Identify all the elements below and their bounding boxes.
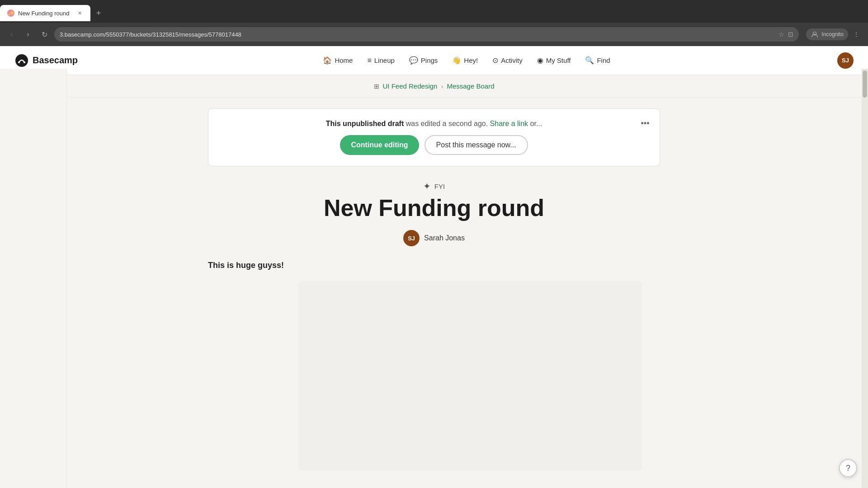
url-bar-icons: ☆ ⊡ [778,31,793,38]
incognito-badge[interactable]: Incognito [806,28,848,40]
incognito-icon [811,30,819,38]
draft-or-text: or... [530,120,542,127]
category-label: FYI [434,183,445,190]
top-nav: Basecamp 🏠 Home ≡ Lineup 💬 Pings 👋 Hey! … [0,46,868,75]
share-link[interactable]: Share a link [490,120,528,127]
tab-bar: ✨ New Funding round ✕ + [0,0,868,23]
nav-mystuff[interactable]: ◉ My Stuff [531,52,577,68]
tab-title: New Funding round [18,10,72,17]
nav-pings[interactable]: 💬 Pings [403,52,444,68]
find-icon: 🔍 [585,56,594,65]
message-category: ✦ FYI [208,181,660,192]
new-tab-button[interactable]: + [92,7,105,19]
user-avatar[interactable]: SJ [837,52,854,69]
author-avatar: SJ [403,230,420,246]
left-sidebar [0,69,67,488]
forward-button[interactable]: › [22,28,34,41]
pings-icon: 💬 [409,56,418,65]
app: Basecamp 🏠 Home ≡ Lineup 💬 Pings 👋 Hey! … [0,46,868,488]
incognito-label: Incognito [821,31,844,38]
scrollbar-thumb[interactable] [863,70,867,98]
activity-icon: ⊙ [492,56,498,65]
tab-favicon-icon: ✨ [8,10,14,16]
draft-edited-text: was edited a second ago. [406,120,490,127]
tab-close-button[interactable]: ✕ [76,9,83,17]
browser-menu-icon: ⋮ [853,31,859,38]
draft-banner: ••• This unpublished draft was edited a … [208,108,660,166]
split-view-icon[interactable]: ⊡ [788,31,793,38]
logo-text: Basecamp [33,55,78,66]
draft-label: This unpublished draft [326,120,404,127]
browser-menu-button[interactable]: ⋮ [850,28,863,41]
home-icon: 🏠 [323,56,332,65]
active-tab[interactable]: ✨ New Funding round ✕ [0,5,90,21]
address-bar: ‹ › ↻ 3.basecamp.com/5550377/buckets/313… [0,23,868,46]
svg-point-3 [24,61,25,63]
back-button[interactable]: ‹ [5,28,18,41]
nav-mystuff-label: My Stuff [546,56,571,64]
message-title: New Funding round [208,195,660,221]
breadcrumb-board[interactable]: Message Board [447,82,494,90]
image-placeholder [298,281,642,471]
nav-pings-label: Pings [421,56,438,64]
nav-hey[interactable]: 👋 Hey! [446,52,484,68]
url-bar[interactable]: 3.basecamp.com/5550377/buckets/31325815/… [54,27,799,42]
nav-find[interactable]: 🔍 Find [579,52,616,68]
more-options-button[interactable]: ••• [638,116,652,131]
nav-home-label: Home [335,56,353,64]
nav-lineup[interactable]: ≡ Lineup [361,53,401,68]
author-name: Sarah Jonas [424,234,465,242]
breadcrumb-bar: ⊞ UI Feed Redesign › Message Board [0,75,868,98]
scrollbar[interactable] [862,69,868,488]
nav-hey-label: Hey! [464,56,478,64]
breadcrumb-project[interactable]: UI Feed Redesign [383,82,438,90]
continue-editing-button[interactable]: Continue editing [340,135,419,155]
hey-icon: 👋 [452,56,461,65]
bookmark-icon[interactable]: ☆ [778,31,784,38]
svg-point-2 [18,61,20,63]
breadcrumb-separator: › [441,82,443,90]
post-message-button[interactable]: Post this message now... [425,135,528,155]
lineup-icon: ≡ [367,56,371,65]
category-icon: ✦ [423,181,431,192]
nav-links: 🏠 Home ≡ Lineup 💬 Pings 👋 Hey! ⊙ Activit… [96,52,837,68]
draft-banner-text: This unpublished draft was edited a seco… [223,120,645,128]
nav-activity-label: Activity [501,56,523,64]
logo[interactable]: Basecamp [14,53,78,68]
browser-actions: Incognito ⋮ [806,28,863,41]
nav-home[interactable]: 🏠 Home [316,52,359,68]
browser-chrome: ✨ New Funding round ✕ + ‹ › ↻ 3.basecamp… [0,0,868,46]
reload-button[interactable]: ↻ [38,28,51,41]
mystuff-icon: ◉ [537,56,543,65]
tab-favicon: ✨ [7,9,14,17]
main-content: ••• This unpublished draft was edited a … [163,108,705,485]
nav-find-label: Find [597,56,610,64]
forward-icon: › [27,30,29,38]
message-body: This is huge guyss! [208,261,660,270]
message-area: ✦ FYI New Funding round SJ Sarah Jonas T… [208,166,660,485]
logo-icon [14,53,29,68]
back-icon: ‹ [10,30,13,38]
nav-lineup-label: Lineup [374,56,395,64]
nav-activity[interactable]: ⊙ Activity [486,52,529,68]
project-icon: ⊞ [374,83,379,90]
draft-actions: Continue editing Post this message now..… [223,135,645,155]
message-author: SJ Sarah Jonas [208,230,660,246]
help-button[interactable]: ? [839,459,857,477]
reload-icon: ↻ [42,30,47,39]
url-text: 3.basecamp.com/5550377/buckets/31325815/… [60,31,241,38]
